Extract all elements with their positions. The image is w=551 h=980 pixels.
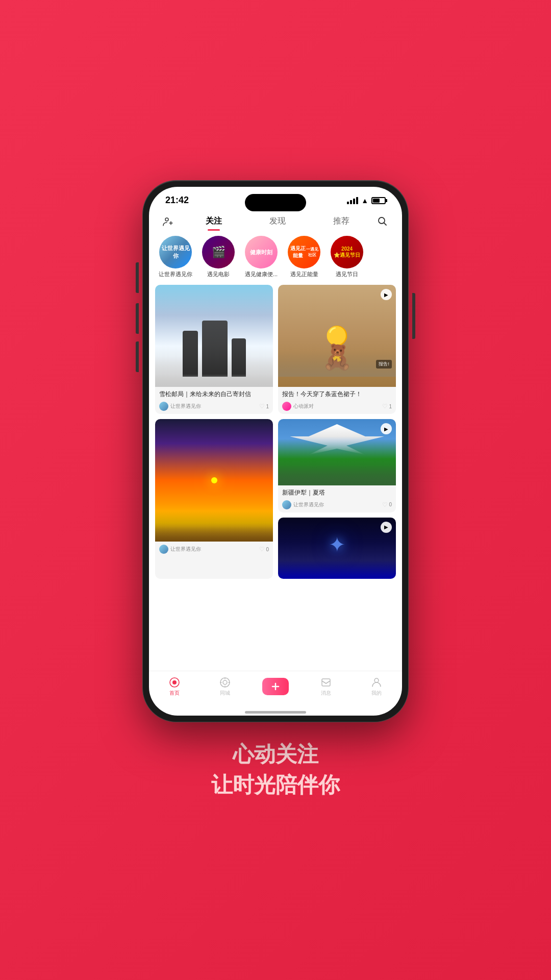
feed-card-2-likes: ♡ 1 (382, 403, 392, 410)
home-indicator (245, 711, 306, 714)
status-time: 21:42 (165, 195, 189, 206)
feed-card-1-likes: ♡ 1 (259, 403, 269, 410)
feed-card-2-author: 心动派对 (282, 402, 314, 411)
feed-grid: 雪松邮局｜来给未来的自己寄封信 让世界遇见你 ♡ 1 (155, 285, 396, 579)
story-label-5: 遇见节日 (336, 271, 358, 278)
feed-card-1-author: 让世界遇见你 (159, 402, 201, 411)
nav-home[interactable]: 首页 (149, 676, 199, 697)
status-icons: ▲ (347, 197, 386, 205)
feed-card-4-title: 新疆伊犁｜夏塔 (282, 488, 392, 497)
stories-row: 让世界遇见你 让世界遇见你 🎬 遇见电影 健康时刻 遇见健康便... 遇见正能量… (149, 231, 402, 283)
feed-card-4-author: 让世界遇见你 (282, 500, 324, 509)
heart-icon-2: ♡ (382, 403, 388, 410)
story-item-5[interactable]: 2024⭐遇见节日 遇见节日 (329, 236, 365, 278)
story-label-1: 让世界遇见你 (159, 271, 192, 278)
add-post-button[interactable] (262, 678, 289, 695)
feed-card-5[interactable]: ▶ (278, 518, 396, 579)
feed-card-1-info: 雪松邮局｜来给未来的自己寄封信 让世界遇见你 ♡ 1 (155, 387, 273, 414)
story-label-4: 遇见正能量 (290, 271, 318, 278)
story-item-2[interactable]: 🎬 遇见电影 (200, 236, 237, 278)
story-label-2: 遇见电影 (207, 271, 230, 278)
nav-add[interactable] (250, 678, 300, 695)
battery-icon (371, 197, 386, 204)
nav-home-label: 首页 (169, 690, 180, 697)
heart-icon-1: ♡ (259, 403, 265, 410)
feed-card-3[interactable]: 让世界遇见你 ♡ 0 (155, 419, 273, 579)
feed-card-4-info: 新疆伊犁｜夏塔 让世界遇见你 ♡ 0 (278, 485, 396, 512)
story-item-4[interactable]: 遇见正能量一遇见社区 遇见正能量 (286, 236, 322, 278)
feed-card-1-title: 雪松邮局｜来给未来的自己寄封信 (159, 390, 269, 399)
tagline-line1: 心动关注 (211, 740, 340, 769)
feed-card-3-likes: ♡ 0 (259, 546, 269, 553)
nav-message-label: 消息 (321, 690, 331, 697)
signal-icon (347, 197, 358, 204)
nav-nearby[interactable]: 同城 (199, 676, 250, 697)
add-friends-button[interactable] (159, 212, 178, 231)
svg-point-6 (374, 678, 379, 682)
search-button[interactable] (373, 212, 392, 231)
nav-message[interactable]: 消息 (301, 676, 352, 697)
phone-screen: 21:42 ▲ 关注 发现 (149, 187, 402, 716)
phone-shell: 21:42 ▲ 关注 发现 (143, 181, 408, 722)
svg-point-3 (172, 680, 177, 684)
nav-profile[interactable]: 我的 (352, 676, 402, 697)
author-avatar-3 (159, 545, 168, 554)
story-label-3: 遇见健康便... (245, 271, 278, 278)
feed-card-3-info: 让世界遇见你 ♡ 0 (155, 542, 273, 557)
tab-recommend[interactable]: 推荐 (310, 212, 373, 231)
heart-icon-3: ♡ (259, 546, 265, 553)
feed-card-1[interactable]: 雪松邮局｜来给未来的自己寄封信 让世界遇见你 ♡ 1 (155, 285, 273, 414)
author-name-3: 让世界遇见你 (170, 546, 201, 553)
report-tag-2: 报告! (376, 360, 392, 369)
author-avatar-2 (282, 402, 291, 411)
feed-card-3-author: 让世界遇见你 (159, 545, 201, 554)
tagline-line2: 让时光陪伴你 (211, 771, 340, 799)
feed: 雪松邮局｜来给未来的自己寄封信 让世界遇见你 ♡ 1 (149, 283, 402, 671)
video-indicator-4: ▶ (381, 423, 392, 434)
author-avatar-4 (282, 500, 291, 509)
svg-point-0 (165, 218, 168, 221)
feed-card-4[interactable]: ▶ 新疆伊犁｜夏塔 让世界遇见你 ♡ 0 (278, 419, 396, 512)
story-item-3[interactable]: 健康时刻 遇见健康便... (243, 236, 280, 278)
heart-icon-4: ♡ (382, 501, 388, 508)
svg-rect-5 (322, 679, 330, 686)
feed-card-2-meta: 心动派对 ♡ 1 (282, 402, 392, 411)
author-name-1: 让世界遇见你 (170, 403, 201, 410)
author-name-2: 心动派对 (293, 403, 314, 410)
dynamic-island (245, 194, 306, 211)
author-avatar-1 (159, 402, 168, 411)
feed-card-2-info: 报告！今天穿了条蓝色裙子！ 心动派对 ♡ 1 (278, 387, 396, 414)
tab-discover[interactable]: 发现 (245, 212, 309, 231)
tab-follow[interactable]: 关注 (182, 212, 245, 231)
feed-card-2[interactable]: 🟡 🧸 ▶ 报告! 报告！今天穿了条蓝色裙子！ (278, 285, 396, 414)
feed-card-4-meta: 让世界遇见你 ♡ 0 (282, 500, 392, 509)
story-item-1[interactable]: 让世界遇见你 让世界遇见你 (157, 236, 194, 278)
nav-nearby-label: 同城 (220, 690, 230, 697)
author-name-4: 让世界遇见你 (293, 501, 324, 508)
feed-card-4-likes: ♡ 0 (382, 501, 392, 508)
feed-card-2-title: 报告！今天穿了条蓝色裙子！ (282, 390, 392, 399)
bottom-nav: 首页 同城 (149, 671, 402, 707)
video-indicator-5: ▶ (381, 522, 392, 533)
tagline: 心动关注 让时光陪伴你 (211, 740, 340, 799)
nav-tabs: 关注 发现 推荐 (149, 210, 402, 231)
feed-card-1-meta: 让世界遇见你 ♡ 1 (159, 402, 269, 411)
wifi-icon: ▲ (361, 197, 368, 205)
status-bar: 21:42 ▲ (149, 187, 402, 210)
feed-card-3-meta: 让世界遇见你 ♡ 0 (159, 545, 269, 554)
svg-point-1 (379, 217, 385, 224)
nav-profile-label: 我的 (371, 690, 382, 697)
